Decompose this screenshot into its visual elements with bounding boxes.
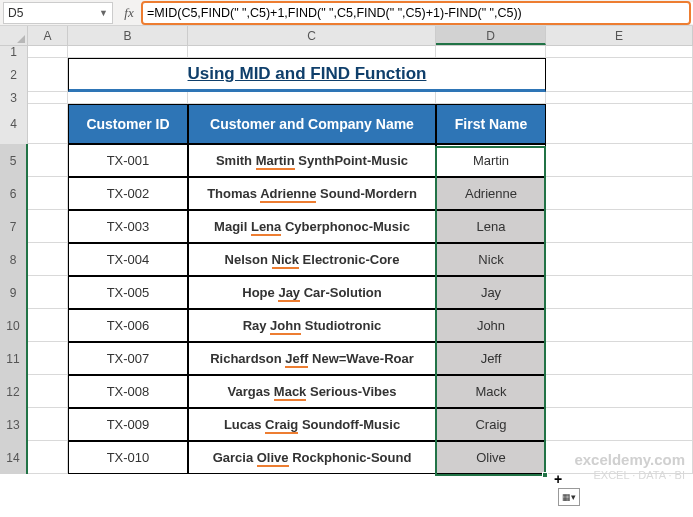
cell-name[interactable]: Lucas Craig Soundoff-Music [188,408,436,441]
cell[interactable] [28,375,68,408]
cell[interactable] [188,92,436,104]
formula-input[interactable] [141,2,693,24]
title-cell[interactable]: Using MID and FIND Function [68,58,546,92]
col-header-c[interactable]: C [188,26,436,45]
cell[interactable] [28,177,68,210]
cell[interactable] [28,276,68,309]
header-id[interactable]: Customer ID [68,104,188,144]
cell[interactable] [28,408,68,441]
grid-row: 9 TX-005 Hope Jay Car-Solution Jay [0,276,693,309]
cell[interactable] [546,46,693,58]
cell[interactable] [28,92,68,104]
cell-first[interactable]: Adrienne [436,177,546,210]
cell-first[interactable]: Jeff [436,342,546,375]
name-box[interactable]: D5 ▼ [3,2,113,24]
row-header[interactable]: 6 [0,177,28,210]
cell[interactable] [546,342,693,375]
cell[interactable] [546,309,693,342]
cell[interactable] [68,92,188,104]
cell[interactable] [546,104,693,144]
cell[interactable] [436,92,546,104]
row-header[interactable]: 10 [0,309,28,342]
cell-name[interactable]: Ray John Studiotronic [188,309,436,342]
cell[interactable] [546,210,693,243]
cell-name[interactable]: Smith Martin SynthPoint-Music [188,144,436,177]
cell-id[interactable]: TX-004 [68,243,188,276]
cell[interactable] [436,46,546,58]
cell-name[interactable]: Nelson Nick Electronic-Core [188,243,436,276]
cell[interactable] [546,276,693,309]
row-header[interactable]: 4 [0,104,28,144]
cell-name[interactable]: Richardson Jeff New=Wave-Roar [188,342,436,375]
grid: 1 2 Using MID and FIND Function 3 4 Cust… [0,46,693,474]
row-header[interactable]: 5 [0,144,28,177]
cell[interactable] [546,177,693,210]
row-header[interactable]: 9 [0,276,28,309]
cell[interactable] [28,441,68,474]
cell-name[interactable]: Thomas Adrienne Sound-Mordern [188,177,436,210]
cell-first[interactable]: Mack [436,375,546,408]
row-header[interactable]: 2 [0,58,28,92]
chevron-down-icon[interactable]: ▼ [99,8,108,18]
cell-name[interactable]: Hope Jay Car-Solution [188,276,436,309]
row-header[interactable]: 13 [0,408,28,441]
cell[interactable] [546,144,693,177]
row-header[interactable]: 1 [0,46,28,58]
cell-id[interactable]: TX-003 [68,210,188,243]
col-header-d[interactable]: D [436,26,546,45]
col-header-b[interactable]: B [68,26,188,45]
autofill-options-button[interactable]: ▦▾ [558,488,580,506]
col-header-e[interactable]: E [546,26,693,45]
select-all-corner[interactable] [0,26,28,45]
fx-button[interactable]: fx [117,5,141,21]
cell[interactable] [28,210,68,243]
cell-id[interactable]: TX-006 [68,309,188,342]
row-header[interactable]: 11 [0,342,28,375]
cell-name[interactable]: Garcia Olive Rockphonic-Sound [188,441,436,474]
autofill-icon: ▦▾ [562,492,576,502]
cell-first[interactable]: Olive [436,441,546,474]
cell-first[interactable]: Lena [436,210,546,243]
row-header[interactable]: 14 [0,441,28,474]
cell[interactable] [28,104,68,144]
row-header[interactable]: 12 [0,375,28,408]
cell-name[interactable]: Vargas Mack Serious-Vibes [188,375,436,408]
cell[interactable] [28,342,68,375]
fill-handle[interactable] [542,472,548,478]
grid-row: 13 TX-009 Lucas Craig Soundoff-Music Cra… [0,408,693,441]
cell[interactable] [546,243,693,276]
cell[interactable] [28,309,68,342]
cell-id[interactable]: TX-008 [68,375,188,408]
cell[interactable] [546,58,693,92]
header-first[interactable]: First Name [436,104,546,144]
cell-first[interactable]: John [436,309,546,342]
cell-name[interactable]: Magil Lena Cyberphonoc-Music [188,210,436,243]
cell-first[interactable]: Martin [436,144,546,177]
row-header[interactable]: 7 [0,210,28,243]
row-header[interactable]: 3 [0,92,28,104]
cell[interactable] [28,243,68,276]
cell-id[interactable]: TX-010 [68,441,188,474]
cell-id[interactable]: TX-005 [68,276,188,309]
cell-first[interactable]: Jay [436,276,546,309]
cell[interactable] [28,46,68,58]
grid-row: 11 TX-007 Richardson Jeff New=Wave-Roar … [0,342,693,375]
grid-row: 2 Using MID and FIND Function [0,58,693,92]
cell-id[interactable]: TX-007 [68,342,188,375]
cell[interactable] [28,144,68,177]
cell[interactable] [546,408,693,441]
row-header[interactable]: 8 [0,243,28,276]
cell[interactable] [188,46,436,58]
cell[interactable] [28,58,68,92]
col-header-a[interactable]: A [28,26,68,45]
cell-id[interactable]: TX-009 [68,408,188,441]
header-name[interactable]: Customer and Company Name [188,104,436,144]
cell-first[interactable]: Craig [436,408,546,441]
cell[interactable] [546,375,693,408]
cell-first[interactable]: Nick [436,243,546,276]
cell-id[interactable]: TX-002 [68,177,188,210]
cell-id[interactable]: TX-001 [68,144,188,177]
cell[interactable] [68,46,188,58]
cell[interactable] [546,92,693,104]
grid-row: 5 TX-001 Smith Martin SynthPoint-Music M… [0,144,693,177]
